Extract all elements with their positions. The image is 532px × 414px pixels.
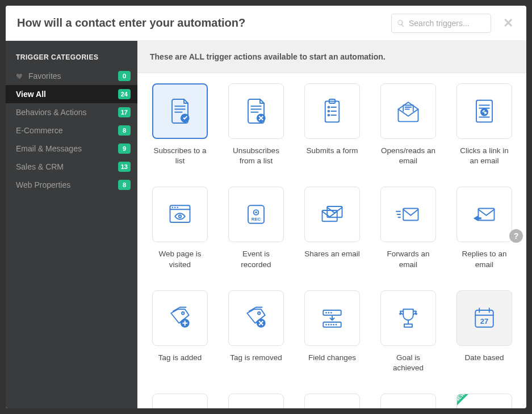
svg-point-10 bbox=[172, 207, 173, 208]
tile bbox=[304, 83, 360, 139]
svg-point-11 bbox=[174, 207, 175, 208]
modal-header: How will a contact enter your automation… bbox=[6, 6, 526, 41]
count-badge: 0 bbox=[118, 71, 131, 81]
sidebar-item-sales-crm[interactable]: Sales & CRM 13 bbox=[6, 158, 137, 176]
tile bbox=[228, 83, 284, 139]
sidebar-item-label: Favorites bbox=[28, 71, 118, 81]
sidebar-item-behaviors-actions[interactable]: Behaviors & Actions 17 bbox=[6, 103, 137, 121]
question-icon: ? bbox=[514, 231, 519, 240]
sidebar-item-label: Behaviors & Actions bbox=[16, 108, 118, 117]
trigger-replies-email[interactable]: Replies to an email bbox=[456, 187, 512, 269]
trigger-label: Shares an email bbox=[304, 249, 360, 259]
trigger-webpage-visited[interactable]: Web page is visited bbox=[152, 187, 208, 269]
field-change-icon bbox=[316, 302, 348, 334]
trigger-label: Field changes bbox=[308, 353, 356, 363]
trigger-label: Date based bbox=[464, 353, 504, 363]
tile bbox=[304, 290, 360, 346]
trigger-opens-email[interactable]: Opens/reads an email bbox=[380, 83, 436, 166]
trigger-label: Goal is achieved bbox=[380, 353, 436, 373]
trigger-tag-removed[interactable]: Tag is removed bbox=[228, 290, 284, 373]
sidebar-item-favorites[interactable]: Favorites 0 bbox=[6, 67, 137, 85]
trigger-goal-achieved[interactable]: Goal is achieved bbox=[380, 290, 436, 373]
sidebar-item-label: Web Properties bbox=[16, 180, 118, 189]
svg-point-5 bbox=[328, 111, 330, 112]
svg-text:27: 27 bbox=[480, 317, 489, 326]
sidebar-item-ecommerce[interactable]: E-Commerce 8 bbox=[6, 121, 137, 140]
forward-envelope-icon bbox=[392, 198, 424, 230]
new-ribbon: NEW bbox=[456, 394, 474, 408]
tag-x-icon bbox=[240, 302, 272, 334]
trigger-submits-form[interactable]: Submits a form bbox=[304, 83, 360, 166]
trigger-shares-email[interactable]: Shares an email bbox=[304, 187, 360, 269]
trigger-unsubscribes-list[interactable]: Unsubscribes from a list bbox=[228, 83, 284, 166]
tile bbox=[456, 187, 512, 242]
reply-envelope-icon bbox=[468, 198, 500, 230]
count-badge: 17 bbox=[118, 107, 131, 117]
search-wrap bbox=[391, 14, 491, 33]
search-icon bbox=[397, 19, 405, 27]
count-badge: 8 bbox=[118, 125, 131, 136]
trigger-subscribes-list[interactable]: Subscribes to a list bbox=[152, 83, 208, 166]
trigger-item[interactable] bbox=[228, 394, 284, 408]
svg-point-13 bbox=[179, 216, 181, 218]
trigger-date-based[interactable]: 27 Date based bbox=[456, 290, 512, 373]
sidebar-item-web-properties[interactable]: Web Properties 8 bbox=[6, 176, 137, 194]
help-button[interactable]: ? bbox=[509, 229, 523, 243]
trigger-item[interactable] bbox=[304, 394, 360, 408]
trigger-field-changes[interactable]: Field changes bbox=[304, 290, 360, 373]
svg-point-33 bbox=[330, 324, 332, 326]
trigger-label: Opens/reads an email bbox=[380, 146, 436, 166]
trigger-clicks-link[interactable]: Clicks a link in an email bbox=[456, 83, 512, 166]
trigger-item[interactable] bbox=[380, 394, 436, 408]
trigger-forwards-email[interactable]: Forwards an email bbox=[380, 187, 436, 269]
close-button[interactable]: ✕ bbox=[501, 16, 515, 30]
trigger-grid: Subscribes to a list Uns bbox=[152, 83, 512, 408]
trigger-item[interactable] bbox=[152, 394, 208, 408]
tile bbox=[380, 394, 436, 408]
trigger-event-recorded[interactable]: REC Event is recorded bbox=[228, 187, 284, 269]
tile bbox=[152, 83, 208, 139]
open-envelope-icon bbox=[392, 95, 424, 127]
sidebar-item-label: Sales & CRM bbox=[16, 162, 118, 171]
trigger-label: Event is recorded bbox=[228, 249, 284, 269]
tile: REC bbox=[228, 187, 284, 242]
sidebar: TRIGGER CATEGORIES Favorites 0 View All … bbox=[6, 41, 137, 408]
svg-text:REC: REC bbox=[252, 217, 261, 222]
trigger-label: Forwards an email bbox=[380, 249, 436, 269]
sidebar-item-label: Email & Messages bbox=[16, 144, 118, 153]
svg-point-28 bbox=[328, 312, 330, 314]
trigger-item[interactable]: NEW bbox=[456, 394, 512, 408]
svg-point-31 bbox=[325, 324, 327, 326]
trigger-label: Unsubscribes from a list bbox=[228, 146, 284, 166]
count-badge: 8 bbox=[118, 180, 131, 190]
tile bbox=[380, 187, 436, 242]
close-icon: ✕ bbox=[503, 16, 513, 31]
trigger-grid-scroll[interactable]: Subscribes to a list Uns bbox=[137, 73, 526, 408]
record-icon: REC bbox=[240, 198, 272, 230]
double-envelope-icon bbox=[316, 198, 348, 230]
count-badge: 13 bbox=[118, 162, 131, 172]
browser-eye-icon bbox=[164, 198, 196, 230]
count-badge: 9 bbox=[118, 143, 131, 154]
trigger-label: Clicks a link in an email bbox=[456, 146, 512, 166]
sidebar-item-view-all[interactable]: View All 24 bbox=[6, 85, 137, 103]
tile bbox=[456, 83, 512, 139]
count-badge: 24 bbox=[118, 89, 131, 99]
trigger-picker-modal: How will a contact enter your automation… bbox=[6, 6, 526, 408]
search-input[interactable] bbox=[391, 14, 491, 33]
svg-point-4 bbox=[328, 107, 330, 108]
tile: 27 bbox=[456, 290, 512, 346]
document-x-icon bbox=[240, 95, 272, 127]
tile bbox=[380, 83, 436, 139]
svg-point-29 bbox=[330, 312, 332, 314]
sidebar-item-email-messages[interactable]: Email & Messages 9 bbox=[6, 140, 137, 158]
tile bbox=[304, 187, 360, 242]
tile bbox=[380, 290, 436, 346]
svg-point-34 bbox=[333, 324, 334, 326]
trigger-label: Web page is visited bbox=[152, 249, 208, 269]
trigger-tag-added[interactable]: Tag is added bbox=[152, 290, 208, 373]
svg-point-6 bbox=[328, 115, 330, 116]
trigger-label: Tag is added bbox=[158, 353, 202, 363]
tag-plus-icon bbox=[164, 302, 196, 334]
modal-body: TRIGGER CATEGORIES Favorites 0 View All … bbox=[6, 41, 526, 408]
